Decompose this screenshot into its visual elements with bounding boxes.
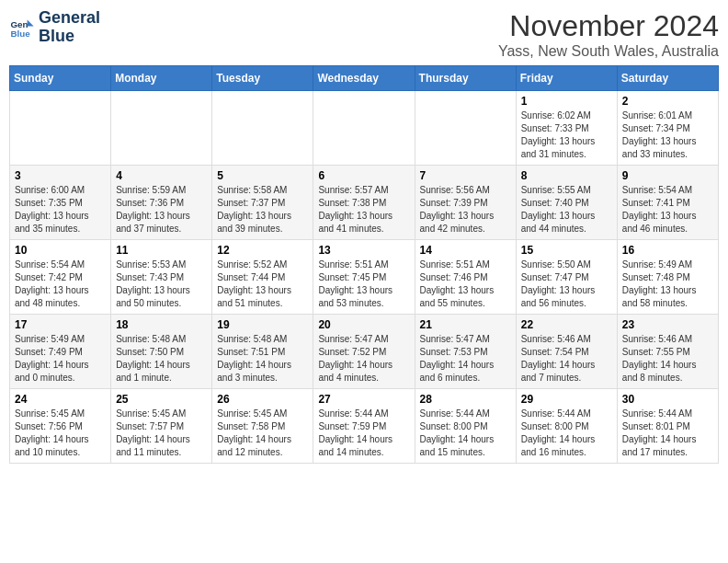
day-number: 23 <box>622 318 713 331</box>
day-info: Sunrise: 5:44 AM Sunset: 7:59 PM Dayligh… <box>318 408 409 459</box>
calendar-table: SundayMondayTuesdayWednesdayThursdayFrid… <box>9 65 719 464</box>
calendar-cell: 30Sunrise: 5:44 AM Sunset: 8:01 PM Dayli… <box>617 389 718 464</box>
day-header-sunday: Sunday <box>10 66 111 91</box>
day-header-monday: Monday <box>111 66 212 91</box>
day-header-thursday: Thursday <box>415 66 516 91</box>
day-number: 15 <box>521 244 612 257</box>
day-info: Sunrise: 5:54 AM Sunset: 7:42 PM Dayligh… <box>15 259 106 310</box>
calendar-cell: 3Sunrise: 6:00 AM Sunset: 7:35 PM Daylig… <box>10 166 111 240</box>
day-info: Sunrise: 6:01 AM Sunset: 7:34 PM Dayligh… <box>622 109 713 161</box>
day-info: Sunrise: 5:56 AM Sunset: 7:39 PM Dayligh… <box>420 184 511 236</box>
calendar-cell: 29Sunrise: 5:44 AM Sunset: 8:00 PM Dayli… <box>516 389 617 464</box>
day-info: Sunrise: 5:45 AM Sunset: 7:57 PM Dayligh… <box>116 408 207 459</box>
week-row-3: 10Sunrise: 5:54 AM Sunset: 7:42 PM Dayli… <box>10 240 719 315</box>
calendar-cell: 5Sunrise: 5:58 AM Sunset: 7:37 PM Daylig… <box>212 166 313 240</box>
day-info: Sunrise: 5:47 AM Sunset: 7:53 PM Dayligh… <box>420 333 511 385</box>
day-info: Sunrise: 5:45 AM Sunset: 7:56 PM Dayligh… <box>15 408 106 459</box>
logo-icon: Gen Blue <box>9 15 35 40</box>
day-number: 16 <box>622 244 713 257</box>
day-info: Sunrise: 5:53 AM Sunset: 7:43 PM Dayligh… <box>116 259 207 310</box>
day-info: Sunrise: 5:48 AM Sunset: 7:51 PM Dayligh… <box>217 333 308 385</box>
calendar-cell: 27Sunrise: 5:44 AM Sunset: 7:59 PM Dayli… <box>313 389 415 464</box>
day-number: 10 <box>15 244 106 257</box>
day-number: 4 <box>116 169 207 182</box>
title-section: November 2024 Yass, New South Wales, Aus… <box>498 9 719 60</box>
day-number: 25 <box>116 393 207 406</box>
day-number: 29 <box>521 393 612 406</box>
calendar-cell: 18Sunrise: 5:48 AM Sunset: 7:50 PM Dayli… <box>111 315 212 389</box>
day-number: 26 <box>217 393 308 406</box>
day-info: Sunrise: 5:44 AM Sunset: 8:00 PM Dayligh… <box>420 408 511 459</box>
day-number: 30 <box>622 393 713 406</box>
calendar-cell: 13Sunrise: 5:51 AM Sunset: 7:45 PM Dayli… <box>313 240 415 315</box>
day-info: Sunrise: 5:59 AM Sunset: 7:36 PM Dayligh… <box>116 184 207 236</box>
day-number: 20 <box>318 318 409 331</box>
calendar-cell: 12Sunrise: 5:52 AM Sunset: 7:44 PM Dayli… <box>212 240 313 315</box>
day-headers-row: SundayMondayTuesdayWednesdayThursdayFrid… <box>10 66 719 91</box>
day-info: Sunrise: 5:48 AM Sunset: 7:50 PM Dayligh… <box>116 333 207 385</box>
page-header: Gen Blue General Blue November 2024 Yass… <box>9 9 719 60</box>
day-number: 7 <box>420 169 511 182</box>
day-number: 13 <box>318 244 409 257</box>
day-number: 18 <box>116 318 207 331</box>
day-number: 17 <box>15 318 106 331</box>
day-header-friday: Friday <box>516 66 617 91</box>
day-info: Sunrise: 5:55 AM Sunset: 7:40 PM Dayligh… <box>521 184 612 236</box>
calendar-title: November 2024 <box>498 9 719 43</box>
calendar-cell: 19Sunrise: 5:48 AM Sunset: 7:51 PM Dayli… <box>212 315 313 389</box>
calendar-cell <box>111 91 212 166</box>
calendar-cell: 4Sunrise: 5:59 AM Sunset: 7:36 PM Daylig… <box>111 166 212 240</box>
calendar-cell <box>10 91 111 166</box>
day-number: 3 <box>15 169 106 182</box>
day-number: 22 <box>521 318 612 331</box>
day-number: 21 <box>420 318 511 331</box>
day-number: 24 <box>15 393 106 406</box>
day-info: Sunrise: 5:51 AM Sunset: 7:46 PM Dayligh… <box>420 259 511 310</box>
calendar-cell: 14Sunrise: 5:51 AM Sunset: 7:46 PM Dayli… <box>415 240 516 315</box>
day-number: 11 <box>116 244 207 257</box>
day-info: Sunrise: 5:54 AM Sunset: 7:41 PM Dayligh… <box>622 184 713 236</box>
logo: Gen Blue General Blue <box>9 9 100 46</box>
calendar-cell <box>313 91 415 166</box>
day-info: Sunrise: 5:57 AM Sunset: 7:38 PM Dayligh… <box>318 184 409 236</box>
day-number: 28 <box>420 393 511 406</box>
calendar-cell: 16Sunrise: 5:49 AM Sunset: 7:48 PM Dayli… <box>617 240 718 315</box>
day-number: 5 <box>217 169 308 182</box>
day-info: Sunrise: 5:49 AM Sunset: 7:49 PM Dayligh… <box>15 333 106 385</box>
day-number: 6 <box>318 169 409 182</box>
day-info: Sunrise: 5:44 AM Sunset: 8:00 PM Dayligh… <box>521 408 612 459</box>
day-header-wednesday: Wednesday <box>313 66 415 91</box>
day-info: Sunrise: 5:44 AM Sunset: 8:01 PM Dayligh… <box>622 408 713 459</box>
day-info: Sunrise: 5:46 AM Sunset: 7:55 PM Dayligh… <box>622 333 713 385</box>
day-info: Sunrise: 6:00 AM Sunset: 7:35 PM Dayligh… <box>15 184 106 236</box>
day-info: Sunrise: 5:51 AM Sunset: 7:45 PM Dayligh… <box>318 259 409 310</box>
calendar-cell: 1Sunrise: 6:02 AM Sunset: 7:33 PM Daylig… <box>516 91 617 166</box>
day-number: 14 <box>420 244 511 257</box>
day-header-tuesday: Tuesday <box>212 66 313 91</box>
calendar-cell: 15Sunrise: 5:50 AM Sunset: 7:47 PM Dayli… <box>516 240 617 315</box>
logo-text: General Blue <box>39 9 100 46</box>
calendar-cell: 9Sunrise: 5:54 AM Sunset: 7:41 PM Daylig… <box>617 166 718 240</box>
day-info: Sunrise: 5:58 AM Sunset: 7:37 PM Dayligh… <box>217 184 308 236</box>
calendar-cell <box>415 91 516 166</box>
day-number: 12 <box>217 244 308 257</box>
day-number: 1 <box>521 95 612 108</box>
calendar-cell: 22Sunrise: 5:46 AM Sunset: 7:54 PM Dayli… <box>516 315 617 389</box>
week-row-4: 17Sunrise: 5:49 AM Sunset: 7:49 PM Dayli… <box>10 315 719 389</box>
calendar-cell: 21Sunrise: 5:47 AM Sunset: 7:53 PM Dayli… <box>415 315 516 389</box>
calendar-subtitle: Yass, New South Wales, Australia <box>498 43 719 60</box>
week-row-1: 1Sunrise: 6:02 AM Sunset: 7:33 PM Daylig… <box>10 91 719 166</box>
calendar-cell: 7Sunrise: 5:56 AM Sunset: 7:39 PM Daylig… <box>415 166 516 240</box>
day-number: 19 <box>217 318 308 331</box>
day-info: Sunrise: 5:50 AM Sunset: 7:47 PM Dayligh… <box>521 259 612 310</box>
day-number: 2 <box>622 95 713 108</box>
day-info: Sunrise: 5:45 AM Sunset: 7:58 PM Dayligh… <box>217 408 308 459</box>
day-number: 9 <box>622 169 713 182</box>
calendar-cell: 24Sunrise: 5:45 AM Sunset: 7:56 PM Dayli… <box>10 389 111 464</box>
day-number: 27 <box>318 393 409 406</box>
calendar-cell: 25Sunrise: 5:45 AM Sunset: 7:57 PM Dayli… <box>111 389 212 464</box>
week-row-5: 24Sunrise: 5:45 AM Sunset: 7:56 PM Dayli… <box>10 389 719 464</box>
day-header-saturday: Saturday <box>617 66 718 91</box>
day-info: Sunrise: 5:47 AM Sunset: 7:52 PM Dayligh… <box>318 333 409 385</box>
svg-marker-1 <box>28 19 34 26</box>
